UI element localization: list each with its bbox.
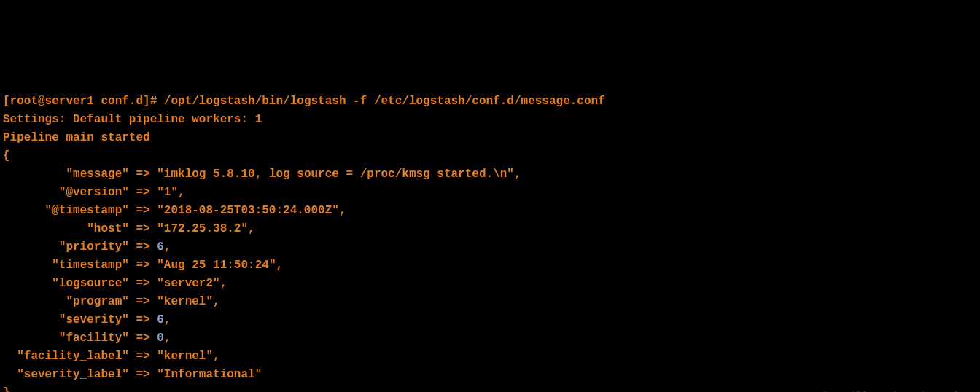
logstash-records: { "message" => "imklog 5.8.10, log sourc… — [3, 147, 977, 392]
terminal-output: [root@server1 conf.d]# /opt/logstash/bin… — [0, 91, 980, 392]
pipeline-line: Pipeline main started — [3, 131, 150, 144]
settings-line: Settings: Default pipeline workers: 1 — [3, 113, 262, 126]
watermark-text: https://blog.csdn.net/aaaaaab_ — [824, 386, 967, 392]
shell-prompt: [root@server1 conf.d]# — [3, 95, 164, 108]
command-text: /opt/logstash/bin/logstash -f /etc/logst… — [164, 95, 605, 108]
